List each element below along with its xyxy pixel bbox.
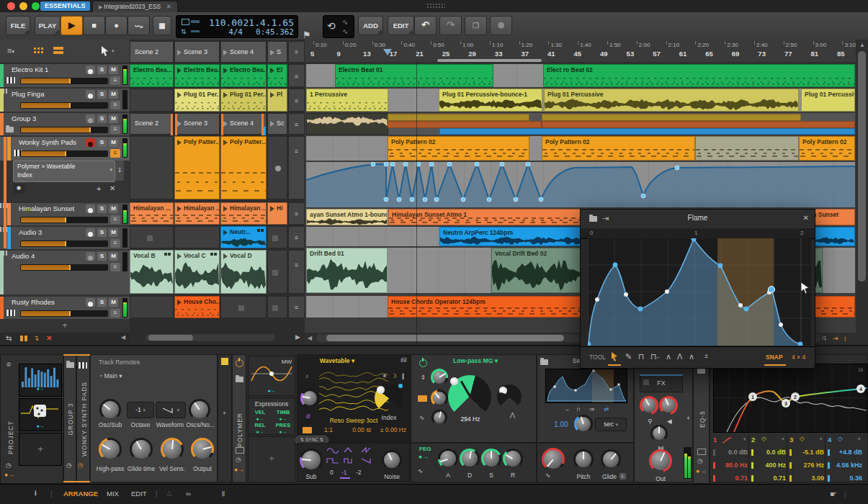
mute-button[interactable]: M	[109, 204, 118, 213]
expression-pres[interactable]: PRES●→	[272, 422, 295, 435]
knob-filter-k2[interactable]	[431, 390, 448, 407]
group-scene-cell[interactable]: Sc	[267, 113, 287, 135]
launcher-clip[interactable]: Electro Bea...	[220, 64, 267, 87]
record-button[interactable]: ●	[105, 16, 127, 35]
automation-remove-button[interactable]: ✕	[109, 184, 118, 194]
knob-pitch-amount[interactable]	[542, 448, 565, 471]
stop-button[interactable]: ■	[83, 16, 105, 35]
flame-bipolar-icon[interactable]: ±	[704, 352, 708, 359]
launcher-empty-slot[interactable]	[220, 296, 267, 318]
project-mod-icon[interactable]: ●→	[4, 471, 14, 478]
wt-hz-value[interactable]: ± 0.00 Hz	[380, 426, 406, 433]
eq-display[interactable]: 13241k	[713, 364, 867, 433]
track-stop-cell[interactable]: ≡	[288, 89, 305, 112]
launcher-clip[interactable]: Himalayan ...	[174, 202, 220, 225]
track-stop-cell[interactable]: ≡	[288, 202, 305, 225]
knob-index[interactable]	[375, 384, 403, 413]
eq-band-number[interactable]: 3	[789, 436, 793, 444]
polymer-preset-folder-icon[interactable]	[236, 377, 243, 382]
wt-phase-icon[interactable]: ⊘	[305, 413, 310, 420]
record-arm-button[interactable]	[86, 228, 95, 237]
clip-play-icon[interactable]	[223, 230, 228, 235]
clip-stop-button[interactable]	[272, 305, 278, 311]
track-list-menu-icon[interactable]: ≡▾	[7, 46, 14, 55]
wavetable-preset-name[interactable]: Reso Sweep 3oct	[330, 417, 378, 424]
knob-oscs-noise[interactable]	[189, 399, 210, 420]
track-row[interactable]: Himalayan SunsetSM≡	[0, 203, 130, 225]
eq-band-dropdown-icon[interactable]: ▾	[782, 436, 784, 442]
knob-wt-mod[interactable]	[300, 389, 319, 408]
flame-close-icon[interactable]: ✕	[803, 214, 809, 222]
file-menu-button[interactable]: FILE	[6, 16, 30, 35]
track-menu-button[interactable]: ≡	[110, 125, 120, 134]
note-editor-icon[interactable]: ∴	[167, 490, 171, 498]
knob-high-pass[interactable]	[99, 438, 122, 461]
scene-play-icon[interactable]	[223, 50, 228, 55]
arranger-clip[interactable]: Electro Beat 01	[335, 64, 493, 87]
arranger-clip[interactable]	[695, 136, 799, 161]
mute-button[interactable]: M	[109, 298, 118, 307]
remotes-page-selector[interactable]: ◔ Main ▾	[99, 372, 122, 379]
project-thumb-spectrum[interactable]: ●→	[19, 364, 62, 397]
undo-button[interactable]: ↶	[414, 16, 437, 35]
clip-stop-button[interactable]	[272, 270, 278, 276]
flame-snap-label[interactable]: SNAP	[766, 354, 783, 361]
scene-play-icon[interactable]	[223, 121, 228, 127]
launcher-clip[interactable]: Electro Bea...	[130, 64, 174, 87]
scene-header[interactable]: Scene 3	[174, 41, 220, 63]
timeline-ruler[interactable]: 0:100:200:300:400:501:001:101:201:301:40…	[305, 40, 856, 63]
knob-seq-time[interactable]	[574, 415, 593, 433]
eq-band-number[interactable]: 2	[751, 436, 755, 444]
stop-all-clips-icon[interactable]: ✕	[46, 334, 52, 342]
clip-slots-icon[interactable]	[20, 336, 27, 341]
record-arm-button[interactable]	[86, 252, 95, 261]
launcher-empty-slot[interactable]	[267, 136, 287, 199]
solo-button[interactable]: S	[97, 228, 107, 237]
knob-vel-sens[interactable]	[161, 438, 184, 461]
filter-type-select[interactable]: Low-pass MG ▾	[453, 357, 498, 364]
group-scene-cell[interactable]: Scene 2	[130, 113, 174, 135]
mute-button[interactable]: M	[109, 114, 118, 123]
sub-shape-icons[interactable]	[326, 446, 379, 466]
flame-triangle-tool-icon[interactable]: ∧	[689, 352, 694, 361]
seq-mode-curve-icon[interactable]: ∩	[576, 405, 581, 413]
knob-feg-r[interactable]	[503, 449, 523, 469]
flame-ramp-up-tool-icon[interactable]: ∧	[666, 352, 671, 361]
arranger-clip[interactable]: Elect ro Beat 02	[543, 64, 855, 87]
eq-band-type-icon[interactable]: ◇	[761, 435, 766, 442]
punch-in-icon[interactable]	[182, 19, 189, 25]
knob-sub[interactable]	[300, 449, 323, 472]
eq5-clock-icon[interactable]: ◷	[697, 457, 702, 464]
scene-play-icon[interactable]	[177, 121, 182, 127]
record-arm-button[interactable]	[86, 204, 95, 213]
polymer-power-icon[interactable]	[236, 359, 243, 367]
scene-menu-cell[interactable]: ≡	[288, 41, 305, 63]
volume-fader[interactable]	[20, 150, 108, 157]
flame-pencil-tool-icon[interactable]: ✎	[625, 352, 632, 361]
track-menu-button[interactable]: ≡	[110, 215, 120, 224]
clip-play-icon[interactable]	[223, 92, 228, 98]
eq-freq-value[interactable]: 400 Hz	[765, 462, 786, 469]
wt-ratio-value[interactable]: 1:1	[324, 426, 333, 433]
wt-mode-icon-2[interactable]: ☽	[391, 372, 397, 379]
arranger-scroll-left-icon[interactable]: ◀	[308, 335, 312, 341]
knob-osc-sub[interactable]	[99, 399, 121, 420]
track-menu-button[interactable]: ≡	[110, 263, 120, 271]
info-button[interactable]: i	[35, 490, 37, 497]
project-thumb-dice[interactable]: ●→	[19, 398, 62, 431]
waveform-select[interactable]: ▾	[156, 402, 186, 418]
sub-oct-minus2[interactable]: -2	[356, 469, 362, 476]
launcher-empty-slot[interactable]	[130, 226, 174, 248]
io-routing-icon[interactable]: ⇆	[6, 334, 12, 342]
knob-glide-time[interactable]	[130, 438, 153, 461]
group-scene-cell[interactable]: Scene 4	[220, 113, 267, 135]
track-row[interactable]: Plug FingaSM≡	[0, 89, 130, 112]
eq-band-dropdown-icon[interactable]: ▾	[858, 436, 861, 442]
knob-filter-k3[interactable]	[431, 410, 447, 426]
arranger-clip[interactable]	[306, 113, 388, 135]
cue-marker-button[interactable]: ⌣w	[127, 16, 150, 35]
add-menu-button[interactable]: ADD	[358, 16, 383, 35]
clip-play-icon[interactable]	[223, 253, 228, 259]
knob-pitch[interactable]	[573, 449, 594, 469]
solo-button[interactable]: S	[97, 114, 107, 123]
